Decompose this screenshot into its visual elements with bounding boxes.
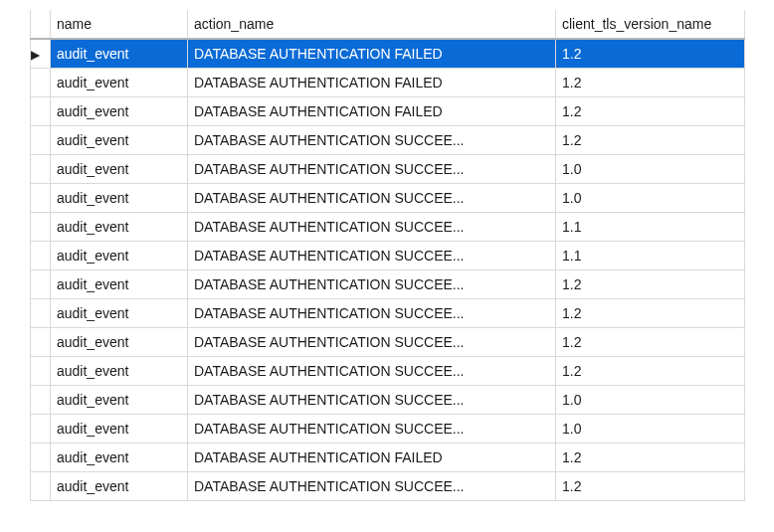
table-row[interactable]: ▶audit_eventDATABASE AUTHENTICATION FAIL…	[31, 39, 745, 68]
cell-name[interactable]: audit_event	[51, 96, 188, 125]
row-indicator-cell[interactable]	[31, 298, 51, 327]
cell-tls-version[interactable]: 1.2	[556, 39, 745, 68]
cell-tls-version[interactable]: 1.0	[556, 154, 745, 183]
table-row[interactable]: audit_eventDATABASE AUTHENTICATION FAILE…	[31, 443, 745, 471]
cell-action-name[interactable]: DATABASE AUTHENTICATION SUCCEE...	[188, 356, 556, 385]
cell-action-name[interactable]: DATABASE AUTHENTICATION FAILED	[188, 39, 556, 68]
cell-name[interactable]: audit_event	[51, 443, 188, 471]
row-indicator-cell[interactable]	[31, 96, 51, 125]
row-indicator-cell[interactable]	[31, 154, 51, 183]
row-indicator-cell[interactable]	[31, 212, 51, 241]
cell-name[interactable]: audit_event	[51, 212, 188, 241]
cell-name[interactable]: audit_event	[51, 183, 188, 212]
row-indicator-cell[interactable]	[31, 385, 51, 414]
cell-name[interactable]: audit_event	[51, 68, 188, 96]
column-header-action[interactable]: action_name	[188, 10, 556, 39]
table-row[interactable]: audit_eventDATABASE AUTHENTICATION SUCCE…	[31, 241, 745, 269]
cell-action-name[interactable]: DATABASE AUTHENTICATION SUCCEE...	[188, 298, 556, 327]
cell-name[interactable]: audit_event	[51, 241, 188, 269]
table-row[interactable]: audit_eventDATABASE AUTHENTICATION SUCCE…	[31, 356, 745, 385]
cell-name[interactable]: audit_event	[51, 154, 188, 183]
cell-name[interactable]: audit_event	[51, 269, 188, 298]
cell-tls-version[interactable]: 1.1	[556, 241, 745, 269]
cell-action-name[interactable]: DATABASE AUTHENTICATION FAILED	[188, 443, 556, 471]
table-row[interactable]: audit_eventDATABASE AUTHENTICATION SUCCE…	[31, 154, 745, 183]
cell-tls-version[interactable]: 1.2	[556, 96, 745, 125]
cell-action-name[interactable]: DATABASE AUTHENTICATION SUCCEE...	[188, 212, 556, 241]
cell-action-name[interactable]: DATABASE AUTHENTICATION SUCCEE...	[188, 269, 556, 298]
cell-action-name[interactable]: DATABASE AUTHENTICATION FAILED	[188, 68, 556, 96]
cell-action-name[interactable]: DATABASE AUTHENTICATION SUCCEE...	[188, 471, 556, 500]
cell-tls-version[interactable]: 1.2	[556, 471, 745, 500]
cell-action-name[interactable]: DATABASE AUTHENTICATION SUCCEE...	[188, 414, 556, 443]
cell-action-name[interactable]: DATABASE AUTHENTICATION SUCCEE...	[188, 327, 556, 356]
cell-name[interactable]: audit_event	[51, 471, 188, 500]
row-indicator-cell[interactable]	[31, 183, 51, 212]
grid-header-row: name action_name client_tls_version_name	[31, 10, 745, 39]
table-row[interactable]: audit_eventDATABASE AUTHENTICATION SUCCE…	[31, 385, 745, 414]
table-row[interactable]: audit_eventDATABASE AUTHENTICATION FAILE…	[31, 96, 745, 125]
cell-tls-version[interactable]: 1.0	[556, 385, 745, 414]
column-header-tls[interactable]: client_tls_version_name	[556, 10, 745, 39]
row-indicator-icon: ▶	[31, 48, 40, 62]
table-row[interactable]: audit_eventDATABASE AUTHENTICATION SUCCE…	[31, 414, 745, 443]
row-indicator-cell[interactable]	[31, 356, 51, 385]
table-row[interactable]: audit_eventDATABASE AUTHENTICATION SUCCE…	[31, 212, 745, 241]
cell-name[interactable]: audit_event	[51, 414, 188, 443]
column-header-name[interactable]: name	[51, 10, 188, 39]
table-row[interactable]: audit_eventDATABASE AUTHENTICATION SUCCE…	[31, 183, 745, 212]
cell-name[interactable]: audit_event	[51, 125, 188, 154]
row-indicator-cell[interactable]	[31, 125, 51, 154]
row-indicator-cell[interactable]	[31, 414, 51, 443]
cell-name[interactable]: audit_event	[51, 356, 188, 385]
cell-action-name[interactable]: DATABASE AUTHENTICATION SUCCEE...	[188, 183, 556, 212]
cell-tls-version[interactable]: 1.0	[556, 183, 745, 212]
cell-name[interactable]: audit_event	[51, 327, 188, 356]
row-indicator-cell[interactable]	[31, 269, 51, 298]
results-grid[interactable]: name action_name client_tls_version_name…	[30, 10, 745, 501]
row-indicator-cell[interactable]	[31, 443, 51, 471]
row-indicator-cell[interactable]: ▶	[31, 39, 51, 68]
cell-action-name[interactable]: DATABASE AUTHENTICATION SUCCEE...	[188, 385, 556, 414]
row-indicator-cell[interactable]	[31, 68, 51, 96]
cell-action-name[interactable]: DATABASE AUTHENTICATION SUCCEE...	[188, 241, 556, 269]
cell-tls-version[interactable]: 1.1	[556, 212, 745, 241]
table-row[interactable]: audit_eventDATABASE AUTHENTICATION SUCCE…	[31, 125, 745, 154]
cell-tls-version[interactable]: 1.2	[556, 356, 745, 385]
table-row[interactable]: audit_eventDATABASE AUTHENTICATION SUCCE…	[31, 298, 745, 327]
cell-name[interactable]: audit_event	[51, 298, 188, 327]
cell-tls-version[interactable]: 1.0	[556, 414, 745, 443]
cell-tls-version[interactable]: 1.2	[556, 269, 745, 298]
cell-name[interactable]: audit_event	[51, 385, 188, 414]
cell-tls-version[interactable]: 1.2	[556, 327, 745, 356]
row-indicator-cell[interactable]	[31, 327, 51, 356]
table-row[interactable]: audit_eventDATABASE AUTHENTICATION SUCCE…	[31, 471, 745, 500]
table-row[interactable]: audit_eventDATABASE AUTHENTICATION SUCCE…	[31, 269, 745, 298]
cell-tls-version[interactable]: 1.2	[556, 298, 745, 327]
cell-action-name[interactable]: DATABASE AUTHENTICATION SUCCEE...	[188, 154, 556, 183]
row-indicator-cell[interactable]	[31, 241, 51, 269]
table-row[interactable]: audit_eventDATABASE AUTHENTICATION SUCCE…	[31, 327, 745, 356]
cell-tls-version[interactable]: 1.2	[556, 443, 745, 471]
row-indicator-header	[31, 10, 51, 39]
cell-name[interactable]: audit_event	[51, 39, 188, 68]
cell-tls-version[interactable]: 1.2	[556, 68, 745, 96]
cell-tls-version[interactable]: 1.2	[556, 125, 745, 154]
row-indicator-cell[interactable]	[31, 471, 51, 500]
cell-action-name[interactable]: DATABASE AUTHENTICATION SUCCEE...	[188, 125, 556, 154]
cell-action-name[interactable]: DATABASE AUTHENTICATION FAILED	[188, 96, 556, 125]
table-row[interactable]: audit_eventDATABASE AUTHENTICATION FAILE…	[31, 68, 745, 96]
